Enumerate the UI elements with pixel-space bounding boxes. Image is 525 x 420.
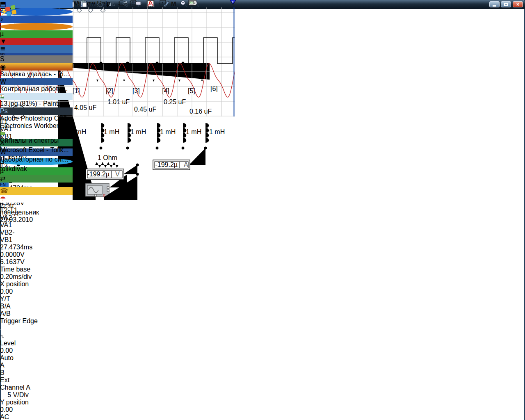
taskbar: ⬒ ⚡ ♪ i µ ▼ ≣ DEV S ◉ Заливка удалась - … [0, 0, 73, 224]
trigger-group: Trigger Edge Level 0.00 Auto A B Ext [0, 317, 46, 384]
app-window: Electronics Workbench × File Edit Circui… [0, 0, 525, 420]
ba-mode-button[interactable]: B/A [0, 303, 11, 310]
info-icon[interactable]: i [0, 23, 73, 30]
x-position-label: X position [0, 281, 29, 288]
channel-a-group: Channel A 5 V/Div Y position 0.00 AC 0 D… [0, 384, 47, 420]
channel-a-caption: Channel A [0, 384, 30, 391]
rising-edge-button[interactable] [0, 325, 7, 332]
tray-weekday: понедельник [0, 209, 73, 216]
trigger-a-button[interactable]: A [0, 362, 6, 369]
channel-a-scale-field[interactable]: 5 V/Div [0, 391, 36, 399]
edge-label: Edge [23, 317, 38, 324]
falling-edge-button[interactable] [0, 332, 7, 340]
channel-a-ypos-field[interactable]: 0.00 [0, 406, 16, 413]
media-player-icon[interactable]: ♪ [0, 16, 73, 23]
tray-clock[interactable]: 22:30 [0, 203, 73, 209]
trigger-auto-button[interactable]: Auto [0, 354, 11, 362]
tray-language-indicator[interactable]: EN [0, 183, 9, 187]
ab-mode-button[interactable]: A/B [0, 310, 11, 317]
word-icon: W [0, 78, 73, 85]
trigger-b-button[interactable]: B [0, 369, 6, 377]
vb2-vb1-label: VB2-VB1 [0, 229, 25, 244]
level-label: Level [0, 340, 16, 347]
marker-2-handle[interactable]: 2 [230, 0, 236, 5]
time-base-group: Time base 0.20ms/div X position 0.00 Y/T… [0, 266, 51, 317]
trigger-ext-button[interactable]: Ext [0, 377, 10, 384]
level-field[interactable]: 0.00 [0, 347, 20, 354]
flashget-icon[interactable]: ▼ [0, 38, 73, 45]
trigger-caption: Trigger [0, 317, 21, 324]
styler-icon[interactable]: S [0, 55, 73, 63]
readout-box-3: 27.4734ms 0.0000V 6.1637V [0, 244, 235, 266]
channel-a-ac-button[interactable]: AC [0, 413, 9, 420]
falling-edge-icon [0, 334, 5, 338]
taskbar-button-firefox[interactable]: Заливка удалась - Pi... [0, 71, 73, 78]
yt-mode-button[interactable]: Y/T [0, 295, 11, 303]
utorrent-icon[interactable]: µ [0, 30, 73, 38]
time-base-caption: Time base [0, 266, 30, 273]
x-position-field[interactable]: 0.00 [0, 288, 21, 295]
taskbar-button-photoshop[interactable]: Ps Adobe Photoshop CS3... [0, 107, 73, 122]
tray-date: 29.03.2010 [0, 216, 73, 224]
tray-update-icon[interactable]: ⇄ [0, 175, 73, 183]
taskbar-button-ewb[interactable]: Electronics Workbench... [0, 122, 73, 130]
tray-messenger-icon[interactable]: ☎ [0, 187, 73, 195]
taskbar-button-word-1[interactable]: W Контрольная работа... [0, 78, 73, 93]
taskbar-button-folder[interactable]: Сигналы и спектры [0, 130, 73, 139]
svg-text:2: 2 [232, 0, 234, 4]
taskbar-button-paint[interactable]: 13.jpg (81%) - Paint.... [0, 93, 73, 107]
tray-antivirus-icon[interactable]: ☂ [0, 195, 73, 203]
rising-edge-icon [0, 327, 5, 331]
disc-burner-icon[interactable]: ◉ [0, 63, 73, 71]
folder-icon [0, 130, 73, 137]
layers-icon[interactable]: ≣ [0, 45, 73, 53]
windows-logo-icon [5, 5, 16, 16]
photoshop-icon: Ps [0, 107, 73, 115]
channel-a-ypos-label: Y position [0, 399, 29, 406]
time-base-value-field[interactable]: 0.20ms/div [0, 273, 42, 281]
paint-icon [0, 93, 73, 100]
